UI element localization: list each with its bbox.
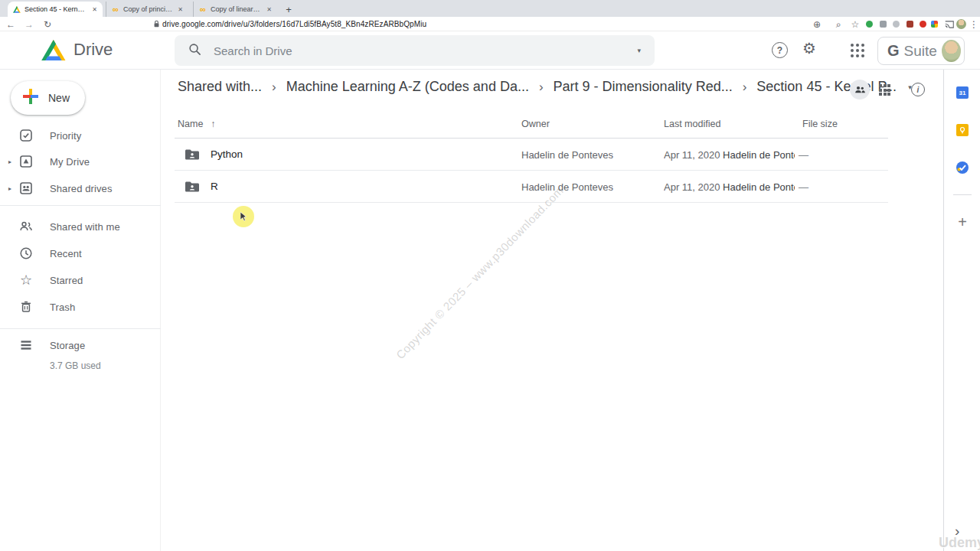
breadcrumb-separator: ›: [272, 80, 276, 95]
back-icon[interactable]: ←: [5, 17, 17, 31]
multicolor-plus-icon: [22, 88, 39, 108]
keep-icon[interactable]: [956, 124, 969, 136]
adblock-extension-icon[interactable]: [906, 21, 913, 28]
extension-icon-gray-circle[interactable]: [893, 21, 900, 28]
browser-tab-colab-1[interactable]: ∞ Copy of principal_component_a ✕: [106, 2, 188, 17]
colab-favicon-icon: ∞: [199, 5, 207, 13]
address-bar[interactable]: drive.google.com/drive/u/3/folders/16d7L…: [162, 17, 426, 31]
sidebar-item-storage[interactable]: Storage: [0, 332, 161, 358]
tasks-icon[interactable]: [956, 161, 969, 174]
sidebar-divider: [0, 328, 161, 329]
expand-arrow-icon[interactable]: ▸: [8, 185, 11, 192]
browser-profile-avatar[interactable]: [956, 19, 966, 29]
breadcrumb-separator: ›: [743, 80, 747, 95]
settings-gear-icon[interactable]: ⚙: [802, 41, 816, 57]
tab-close-icon[interactable]: ✕: [92, 6, 97, 13]
file-name: Python: [211, 148, 243, 160]
sidebar-item-my-drive[interactable]: ▸ My Drive: [0, 148, 161, 174]
browser-menu-icon[interactable]: ⋮: [969, 17, 978, 31]
shared-folder-icon: [185, 148, 200, 164]
breadcrumb: Shared with... › Machine Learning A-Z (C…: [178, 79, 912, 95]
copyright-watermark: Copyright © 2025 – www.p30download.com: [394, 184, 566, 361]
shared-folder-members-button[interactable]: [850, 80, 870, 99]
new-button[interactable]: New: [11, 81, 85, 115]
calendar-icon[interactable]: 31: [956, 86, 969, 99]
tab-title: Copy of principal_component_a: [123, 5, 174, 13]
browser-tab-drive[interactable]: Section 45 - Kernel PCA - Goo ✕: [8, 2, 103, 17]
column-header-owner[interactable]: Owner: [521, 119, 550, 129]
priority-icon: [19, 129, 33, 142]
sidebar-item-starred[interactable]: ☆ Starred: [0, 267, 161, 293]
reload-icon[interactable]: ↻: [41, 17, 54, 31]
palette-extension-icon[interactable]: [931, 21, 938, 28]
expand-arrow-icon[interactable]: ▸: [8, 158, 11, 165]
breadcrumb-item-course[interactable]: Machine Learning A-Z (Codes and Da...: [286, 79, 529, 95]
file-size: —: [799, 181, 808, 193]
sidebar-item-recent[interactable]: Recent: [0, 240, 161, 266]
column-header-name[interactable]: Name↑: [178, 119, 215, 129]
colab-favicon-icon: ∞: [112, 5, 119, 13]
help-icon[interactable]: ?: [772, 42, 788, 58]
search-bar[interactable]: ▾: [175, 35, 655, 66]
tab-title: Section 45 - Kernel PCA - Goo: [24, 5, 88, 13]
search-options-caret-icon[interactable]: ▾: [637, 47, 641, 54]
column-header-size[interactable]: File size: [802, 119, 838, 129]
lock-icon: [152, 17, 161, 31]
gsuite-logo-suite: Suite: [904, 43, 937, 60]
details-info-icon[interactable]: i: [911, 83, 925, 96]
file-row-r[interactable]: R Hadelin de Ponteves Apr 11, 2020 Hadel…: [175, 171, 888, 203]
gsuite-account-pill[interactable]: G Suite: [877, 37, 965, 65]
shared-drives-icon: [19, 181, 33, 195]
browser-tab-bar: Section 45 - Kernel PCA - Goo ✕ ∞ Copy o…: [0, 0, 980, 17]
breadcrumb-item-section45[interactable]: Section 45 - Kernel P...: [756, 79, 897, 95]
star-icon: ☆: [19, 273, 33, 287]
file-owner: Hadelin de Ponteves: [521, 181, 613, 193]
forward-icon[interactable]: →: [23, 17, 35, 31]
bookmark-star-icon[interactable]: ☆: [850, 17, 861, 31]
browser-tab-colab-2[interactable]: ∞ Copy of linear_discriminant_an ✕: [193, 2, 277, 17]
zoom-extension-icon[interactable]: ⌕: [833, 17, 844, 31]
search-input[interactable]: [214, 44, 623, 57]
sidebar-item-shared-with-me[interactable]: Shared with me: [0, 214, 161, 240]
target-extension-icon[interactable]: ⊕: [812, 17, 822, 31]
account-avatar[interactable]: [942, 40, 961, 62]
sidebar-item-shared-drives[interactable]: ▸ Shared drives: [0, 175, 161, 201]
sort-ascending-icon: ↑: [211, 119, 215, 129]
column-header-modified[interactable]: Last modified: [664, 119, 720, 129]
file-row-python[interactable]: Python Hadelin de Ponteves Apr 11, 2020 …: [175, 139, 888, 171]
storage-icon: [19, 338, 33, 352]
file-owner: Hadelin de Ponteves: [521, 149, 613, 161]
file-modified: Apr 11, 2020 Hadelin de Ponteves: [664, 181, 795, 193]
my-drive-icon: [19, 155, 33, 168]
extension-icon-green[interactable]: [866, 21, 873, 28]
app-title: Drive: [74, 40, 113, 60]
drive-header: Drive ▾ ? ⚙ G Suite: [0, 31, 980, 70]
add-panel-app-button[interactable]: +: [953, 214, 972, 231]
new-button-label: New: [48, 92, 70, 104]
breadcrumb-separator: ›: [539, 80, 544, 95]
extension-icon-red[interactable]: [920, 21, 926, 28]
tab-close-icon[interactable]: ✕: [266, 6, 272, 13]
breadcrumb-item-part9[interactable]: Part 9 - Dimensionality Red...: [554, 79, 733, 95]
clock-icon: [19, 246, 33, 260]
drive-sidebar: New Priority ▸ My Drive ▸: [0, 70, 161, 551]
panel-divider: [953, 194, 972, 195]
sidebar-item-priority[interactable]: Priority: [0, 122, 161, 148]
gsuite-logo-g: G: [887, 42, 900, 60]
apps-grid-icon[interactable]: [851, 44, 864, 57]
shared-folder-icon: [185, 181, 200, 196]
grid-view-toggle-icon[interactable]: [879, 84, 890, 96]
breadcrumb-item-shared-with-me[interactable]: Shared with...: [178, 79, 262, 95]
file-name: R: [211, 181, 218, 192]
tab-title: Copy of linear_discriminant_an: [211, 5, 263, 13]
shared-with-me-icon: [19, 220, 33, 233]
browser-navbar: ← → ↻ drive.google.com/drive/u/3/folders…: [0, 17, 980, 31]
new-tab-button[interactable]: +: [282, 2, 296, 16]
cast-icon[interactable]: [944, 17, 955, 31]
sidebar-item-trash[interactable]: Trash: [0, 294, 161, 320]
drive-logo-icon[interactable]: [41, 40, 66, 61]
extension-icon-gray-square[interactable]: [880, 21, 887, 28]
google-drive-window: Section 45 - Kernel PCA - Goo ✕ ∞ Copy o…: [0, 0, 980, 551]
workspace-side-panel: 31 +: [943, 70, 980, 551]
tab-close-icon[interactable]: ✕: [178, 6, 183, 13]
